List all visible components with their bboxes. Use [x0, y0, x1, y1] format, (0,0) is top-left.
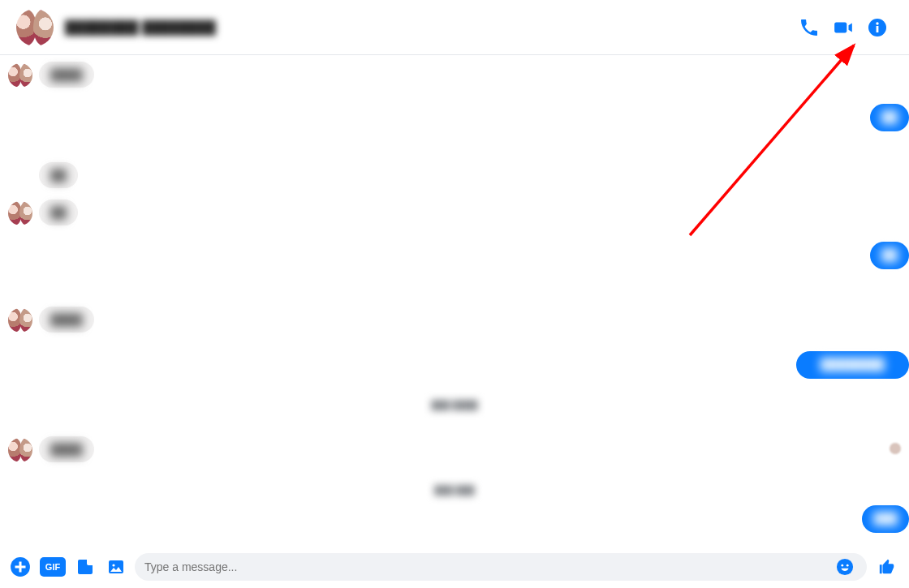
- message-text: ██: [881, 248, 898, 261]
- incoming-message[interactable]: ██: [39, 200, 78, 225]
- message-avatar: [8, 438, 32, 462]
- video-call-button[interactable]: [828, 12, 859, 43]
- plus-circle-icon: [10, 556, 31, 577]
- outgoing-row: ██: [0, 104, 909, 131]
- message-avatar: [8, 63, 32, 88]
- svg-point-2: [876, 22, 878, 24]
- incoming-row: ████: [0, 307, 909, 333]
- emoji-picker-button[interactable]: [831, 557, 859, 577]
- gif-button[interactable]: GIF: [39, 555, 67, 579]
- conversation-thread[interactable]: ███ ███████ ████████████████████████████…: [0, 55, 909, 538]
- info-button[interactable]: [862, 12, 893, 43]
- message-text: ███: [873, 512, 898, 525]
- contact-avatar[interactable]: [16, 9, 54, 46]
- svg-point-7: [112, 564, 114, 566]
- outgoing-message[interactable]: ████████: [796, 351, 909, 379]
- message-composer: GIF: [0, 546, 909, 588]
- timestamp-separator: ███ ███: [0, 485, 909, 495]
- image-button[interactable]: [104, 555, 128, 579]
- outgoing-row: ██: [0, 242, 909, 269]
- sticker-button[interactable]: [73, 555, 97, 579]
- message-input[interactable]: [143, 560, 831, 574]
- message-text: ████: [50, 443, 83, 456]
- svg-point-10: [847, 564, 849, 567]
- add-attachment-button[interactable]: [8, 555, 32, 579]
- message-text: ████████: [821, 358, 885, 371]
- sticker-icon: [75, 557, 95, 577]
- gif-icon: GIF: [40, 557, 66, 577]
- phone-icon: [799, 18, 819, 37]
- seen-indicator: [890, 443, 901, 454]
- incoming-row: ████: [0, 436, 909, 462]
- outgoing-message[interactable]: ██: [870, 242, 909, 269]
- svg-point-9: [841, 564, 843, 567]
- message-input-container: [135, 553, 867, 581]
- svg-point-8: [837, 559, 853, 575]
- voice-call-button[interactable]: [794, 12, 825, 43]
- outgoing-row: ███: [0, 505, 909, 533]
- timestamp-separator: ███ ████: [0, 400, 909, 410]
- incoming-message[interactable]: ████: [39, 307, 94, 333]
- thumbs-up-icon: [878, 556, 896, 577]
- svg-rect-5: [19, 562, 21, 573]
- contact-name[interactable]: ████████ ████████: [65, 20, 216, 35]
- svg-rect-1: [877, 26, 879, 32]
- message-text: ████: [50, 313, 83, 326]
- image-icon: [106, 557, 126, 577]
- incoming-message[interactable]: ████: [39, 436, 94, 462]
- smiley-icon: [836, 558, 854, 576]
- incoming-row: ██: [0, 200, 909, 225]
- incoming-message[interactable]: ████: [39, 62, 94, 88]
- message-text: ██: [881, 110, 898, 123]
- thumbs-up-button[interactable]: [873, 553, 901, 581]
- incoming-row: ████: [0, 62, 909, 88]
- outgoing-message[interactable]: ███: [862, 505, 909, 533]
- info-icon: [868, 18, 887, 37]
- outgoing-row: ████████: [0, 351, 909, 379]
- incoming-message[interactable]: ██: [39, 162, 78, 188]
- message-avatar: [8, 201, 32, 225]
- message-text: ██: [50, 206, 67, 219]
- message-text: ██: [50, 169, 67, 182]
- message-avatar: [8, 308, 32, 333]
- conversation-header: ████████ ████████: [0, 0, 909, 55]
- message-text: ████: [50, 68, 83, 81]
- incoming-row: ██: [0, 162, 909, 188]
- outgoing-message[interactable]: ██: [870, 104, 909, 131]
- video-icon: [833, 17, 854, 38]
